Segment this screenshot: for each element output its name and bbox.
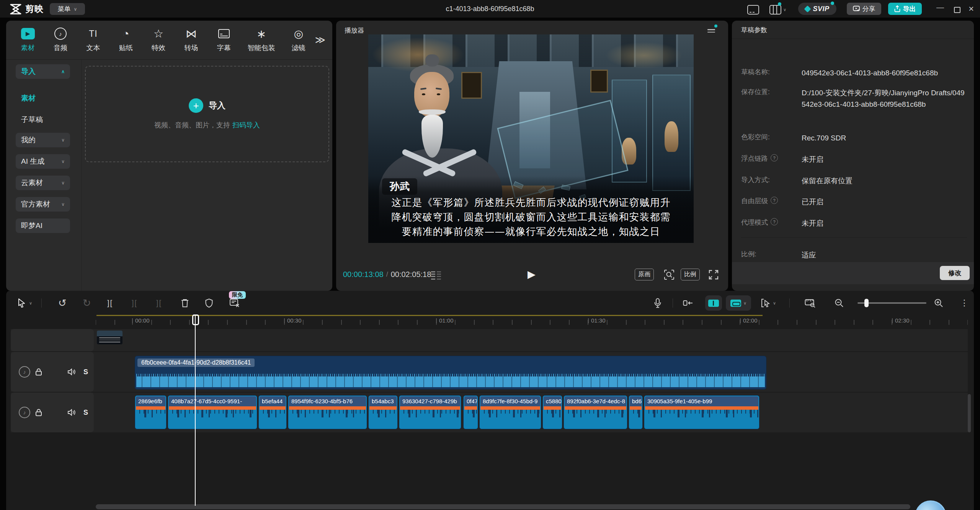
star-effect-icon: ☆ (154, 28, 163, 40)
sidebar-item-ai-generate[interactable]: AI 生成 ∨ (16, 154, 70, 169)
zoom-in-icon[interactable] (934, 297, 943, 309)
solo-toggle[interactable]: S (83, 409, 88, 417)
import-button[interactable]: + 导入 (189, 98, 225, 113)
mask-icon[interactable] (205, 297, 213, 309)
audio-clip-main[interactable]: 6fb0ceee-0fa4-4fa1-90d2-d28b8f316c41 (135, 356, 766, 389)
media-panel: ▶ 素材 ♪ 音频 TI 文本 ◔ 贴纸 ☆ 特效 ⋈ 转场 (6, 21, 332, 291)
expand-tabs-icon[interactable]: ≫ (315, 34, 325, 46)
caption-layout-icon[interactable] (747, 5, 759, 15)
cursor-link-icon (761, 298, 771, 308)
zoom-out-icon[interactable] (835, 297, 844, 309)
play-button[interactable]: ▶ (528, 268, 536, 280)
sidebar-item-material[interactable]: 素材 (16, 91, 70, 106)
jianying-app-window: 剪映 菜单 ∨ c1-4013-abb8-60f95e81c68b ∨ SVIP… (0, 0, 980, 510)
video-preview[interactable]: 孙武 这正是《军形篇》所述胜兵先胜而后求战的现代例证窃贼用升 降机突破穹顶，圆盘… (368, 34, 694, 243)
export-button[interactable]: 导出 (888, 3, 922, 15)
playhead-line[interactable] (195, 315, 196, 506)
vertical-scrollbar[interactable] (968, 394, 971, 432)
volume-icon[interactable] (67, 409, 76, 416)
draft-params-title: 草稿参数 (741, 26, 767, 34)
audio-meter-icon[interactable] (431, 270, 441, 280)
split-clip-icon[interactable]: ][ (107, 297, 113, 309)
tab-sticker[interactable]: ◔ 贴纸 (109, 28, 142, 52)
more-options-icon[interactable]: ⋮ (960, 297, 969, 309)
import-dropzone[interactable]: + 导入 视频、音频、图片，支持扫码导入 (85, 66, 329, 162)
tab-audio[interactable]: ♪ 音频 (44, 28, 77, 52)
audio-segment-clip[interactable]: 892f0ab6-3e7d-4edc-8 (564, 395, 627, 429)
audio-segment-clip[interactable]: bd65 (629, 395, 643, 429)
modify-button[interactable]: 修改 (940, 266, 970, 280)
fullscreen-icon[interactable] (708, 269, 719, 282)
audio-segment-clip[interactable]: b5efa44 (258, 395, 287, 429)
horizontal-scrollbar[interactable] (96, 504, 910, 509)
sidebar-item-jimeng-ai[interactable]: 即梦AI (16, 218, 70, 233)
audio-segment-clip[interactable]: b54abc3 (368, 395, 398, 429)
timeline-ruler-icon[interactable] (805, 297, 815, 309)
restore-button[interactable] (954, 7, 960, 13)
audio-segment-clip[interactable]: 93630427-c798-429b (399, 395, 461, 429)
tab-smart-package[interactable]: ∗ 智能包装 (240, 28, 283, 52)
split-keep-left-icon[interactable]: ][ (132, 297, 137, 309)
help-icon[interactable]: ? (771, 154, 778, 161)
audio-segment-clip[interactable]: 30905a35-9fe1-405e-b99 (644, 395, 760, 429)
tab-transition[interactable]: ⋈ 转场 (175, 28, 207, 52)
collapsed-clip-thumbnail[interactable] (97, 331, 122, 344)
help-icon[interactable]: ? (771, 197, 778, 204)
share-button[interactable]: 分享 (847, 3, 881, 15)
aspect-ratio-button[interactable]: 比例 (681, 269, 700, 280)
sidebar-item-cloud-material[interactable]: 云素材 ∨ (16, 176, 70, 190)
select-tool-icon[interactable] (16, 297, 28, 309)
split-keep-right-icon[interactable]: ][ (156, 297, 162, 309)
player-menu-icon[interactable] (707, 29, 715, 33)
help-floating-button[interactable] (915, 500, 946, 510)
zoom-slider-handle[interactable] (864, 299, 869, 307)
delete-icon[interactable] (181, 297, 189, 309)
close-button[interactable]: × (969, 3, 974, 14)
undo-icon[interactable]: ↺ (58, 297, 67, 309)
sidebar-item-import[interactable]: 导入 ∧ (16, 64, 70, 79)
chevron-down-icon: ∨ (61, 159, 65, 164)
audio-segment-clip[interactable]: 0f47 (463, 395, 478, 429)
link-preview-toggle[interactable]: ∨ (726, 295, 751, 311)
record-voiceover-icon[interactable] (654, 297, 662, 309)
audio-segment-clip[interactable]: 2869e6fb (135, 395, 167, 429)
lock-icon[interactable] (35, 368, 42, 376)
export-icon (894, 5, 900, 12)
sidebar-item-official-material[interactable]: 官方素材 ∨ (16, 197, 70, 212)
solo-toggle[interactable]: S (83, 368, 88, 376)
linked-select-toggle[interactable]: ∨ (756, 295, 781, 311)
redo-icon[interactable]: ↻ (83, 297, 91, 309)
tab-filters[interactable]: ◎ 滤镜 (282, 28, 315, 52)
audio-segment-clip[interactable]: 8954f9fc-6230-4bf5-b76 (288, 395, 367, 429)
original-quality-button[interactable]: 原画 (635, 269, 654, 280)
playhead-handle[interactable] (192, 314, 199, 325)
svip-button[interactable]: SVIP (798, 3, 836, 15)
audio-segment-clip[interactable]: c5880 (542, 395, 562, 429)
focus-zoom-icon[interactable] (664, 269, 675, 282)
param-row-float-pipeline: 浮点链路? 未开启 (741, 154, 967, 165)
wall-painting (461, 72, 482, 99)
panel-layout-icon[interactable]: ∨ (769, 5, 786, 15)
help-icon[interactable]: ? (771, 218, 778, 225)
lock-icon[interactable] (35, 409, 42, 416)
tab-text[interactable]: TI 文本 (77, 28, 109, 52)
minimize-button[interactable]: — (936, 3, 944, 12)
player-title: 播放器 (345, 26, 364, 35)
audio-segment-clip[interactable]: 408b7a27-67d5-4cc0-9591- (168, 395, 257, 429)
audio-segment-clip[interactable]: 8d9fc7fe-8f30-45bd-9 (479, 395, 541, 429)
sidebar-item-subdraft[interactable]: 子草稿 (16, 112, 70, 127)
auto-snap-toggle[interactable] (705, 295, 722, 311)
select-tool-chevron[interactable]: ∨ (29, 297, 32, 309)
tab-effects[interactable]: ☆ 特效 (142, 28, 175, 52)
tab-captions[interactable]: 字幕 (207, 28, 240, 52)
param-row-proxy-mode: 代理模式? 未开启 (741, 218, 967, 229)
tab-material[interactable]: ▶ 素材 (11, 28, 44, 52)
volume-icon[interactable] (67, 368, 76, 375)
display-case (652, 75, 691, 191)
text-icon: TI (89, 28, 97, 40)
transition-icon: ⋈ (186, 28, 197, 40)
scan-import-link[interactable]: 扫码导入 (232, 121, 260, 129)
sidebar-item-mine[interactable]: 我的 ∨ (16, 133, 70, 147)
snap-preview-icon[interactable] (683, 297, 693, 309)
timeline-ruler[interactable] (96, 320, 968, 325)
